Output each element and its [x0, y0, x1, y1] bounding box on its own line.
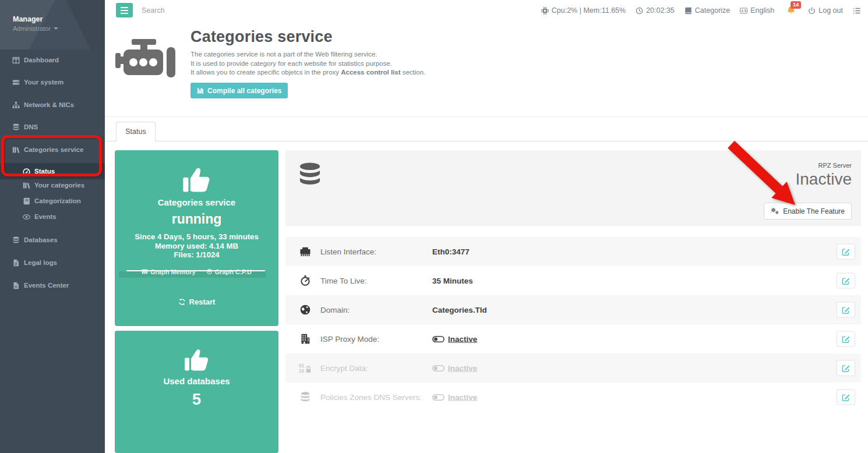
sidebar-item-databases[interactable]: Databases — [0, 233, 105, 246]
rpz-server-panel: RPZ Server Inactive Enable The Feature — [285, 150, 861, 226]
logout-button[interactable]: Log out — [808, 6, 843, 15]
categorize-menu[interactable]: Categorize — [684, 6, 730, 15]
edit-icon — [842, 306, 850, 314]
restart-button[interactable]: Restart — [115, 298, 278, 306]
notification-badge: 14 — [791, 1, 801, 9]
page-description: The categories service is not a part of … — [190, 50, 425, 77]
language-menu[interactable]: English — [740, 6, 774, 15]
used-databases-panel: Used databases 5 — [115, 331, 278, 453]
sidebar-item-your-categories[interactable]: Your categories — [0, 179, 105, 192]
edit-row-button[interactable] — [837, 360, 855, 376]
setting-row-time-to-live: Time To Live: 35 Minutes — [285, 266, 861, 295]
sidebar-item-categories-service[interactable]: Categories service — [0, 143, 105, 156]
engine-icon — [115, 39, 179, 82]
building-icon — [299, 334, 312, 345]
sidebar-item-events-center[interactable]: Events Center — [0, 279, 105, 292]
edit-icon — [842, 364, 850, 372]
service-files: Files: 1/1024 — [115, 250, 278, 260]
address-book-icon — [23, 197, 30, 205]
tabs-baseline — [105, 141, 868, 141]
setting-value: Eth0:3477 — [432, 247, 470, 256]
edit-row-button[interactable] — [837, 390, 855, 405]
setting-row-isp-proxy-mode: ISP Proxy Mode: Inactive — [285, 324, 861, 353]
edit-row-button[interactable] — [837, 273, 855, 289]
panel-progress-strip — [119, 271, 266, 278]
stopwatch-icon — [299, 275, 312, 286]
rpz-server-status: Inactive — [796, 170, 852, 189]
setting-value: Categories.Tld — [432, 306, 487, 314]
sidebar-item-network-nics[interactable]: Network & NICs — [0, 98, 105, 111]
toggle-off-icon — [432, 394, 444, 401]
columns-icon — [12, 56, 20, 64]
tab-status[interactable]: Status — [116, 122, 156, 141]
user-name: Manager — [13, 15, 105, 23]
thumbs-up-icon — [181, 165, 213, 194]
policies-zones-dns-toggle[interactable]: Inactive — [432, 393, 477, 402]
database-icon — [297, 160, 323, 189]
file-text-icon — [12, 259, 20, 267]
edit-row-button[interactable] — [837, 331, 855, 347]
tasks-menu[interactable] — [853, 7, 860, 15]
service-name: Categories service — [115, 197, 278, 207]
toggle-off-icon — [432, 364, 444, 371]
server-icon — [12, 79, 20, 86]
isp-proxy-mode-toggle[interactable]: Inactive — [432, 335, 477, 344]
sidebar-item-your-system[interactable]: Your system — [0, 76, 105, 89]
save-icon — [197, 87, 204, 94]
gears-icon — [771, 207, 779, 215]
sidebar-item-dns[interactable]: DNS — [0, 121, 105, 133]
sidebar-item-status[interactable]: Status — [0, 163, 105, 179]
edit-row-button[interactable] — [837, 302, 855, 318]
user-panel[interactable]: Manager Administrator — [0, 0, 105, 49]
file-icon — [12, 282, 20, 289]
sitemap-icon — [12, 101, 20, 109]
clock-status: 20:02:35 — [636, 6, 675, 15]
edit-icon — [842, 277, 850, 285]
sidebar-item-categorization[interactable]: Categorization — [0, 194, 105, 207]
service-state: running — [115, 211, 278, 227]
setting-row-listen-interface: Listen Interface: Eth0:3477 — [285, 237, 861, 266]
compile-all-categories-button[interactable]: Compile all categories — [190, 83, 288, 98]
service-memory: Memory used: 4.14 MB — [115, 242, 278, 251]
sidebar-item-dashboard[interactable]: Dashboard — [0, 54, 105, 66]
enable-the-feature-button[interactable]: Enable The Feature — [764, 203, 852, 220]
setting-row-encrypt-data: 0110 Encrypt Data: Inactive — [285, 353, 861, 383]
language-icon — [740, 7, 747, 15]
svg-text:01: 01 — [299, 363, 305, 369]
search-input[interactable] — [142, 3, 270, 17]
user-role-dropdown[interactable]: Administrator — [13, 25, 105, 32]
edit-icon — [842, 247, 850, 256]
rpz-server-label: RPZ Server — [818, 162, 852, 169]
books-icon — [23, 182, 30, 189]
edit-icon — [842, 393, 850, 401]
sidebar-item-legal-logs[interactable]: Legal logs — [0, 256, 105, 269]
encrypt-data-toggle[interactable]: Inactive — [432, 364, 477, 373]
database-icon — [299, 392, 312, 403]
books-icon — [12, 146, 20, 154]
setting-row-domain: Domain: Categories.Tld — [285, 295, 861, 324]
cpu-mem-status: Cpu:2% | Mem:11.65% — [541, 6, 626, 15]
page-title: Categories service — [190, 28, 333, 46]
power-icon — [808, 7, 816, 15]
gauge-icon — [23, 168, 30, 175]
cpu-chip-icon — [541, 7, 549, 15]
tasks-list-icon — [853, 7, 860, 15]
encrypt-lock-icon: 0110 — [299, 363, 312, 374]
book-icon — [684, 7, 692, 15]
database-icon — [12, 236, 20, 244]
clock-icon — [636, 7, 643, 15]
sidebar-item-events[interactable]: Events — [0, 210, 105, 223]
eye-icon — [23, 213, 30, 221]
edit-row-button[interactable] — [837, 244, 855, 260]
service-status-panel: Categories service running Since 4 Days,… — [115, 150, 278, 326]
sidebar-toggle-button[interactable] — [116, 3, 133, 17]
refresh-icon — [178, 298, 186, 306]
edit-icon — [842, 335, 850, 343]
notifications-button[interactable]: 14 — [786, 6, 796, 15]
used-databases-label: Used databases — [115, 376, 278, 386]
service-details: Since 4 Days, 5 hours, 33 minutes Memory… — [115, 232, 278, 260]
setting-value: 35 Minutes — [432, 277, 473, 285]
ethernet-icon — [299, 246, 312, 257]
database-icon — [12, 123, 20, 131]
topbar: Cpu:2% | Mem:11.65% 20:02:35 Categorize … — [105, 0, 868, 21]
